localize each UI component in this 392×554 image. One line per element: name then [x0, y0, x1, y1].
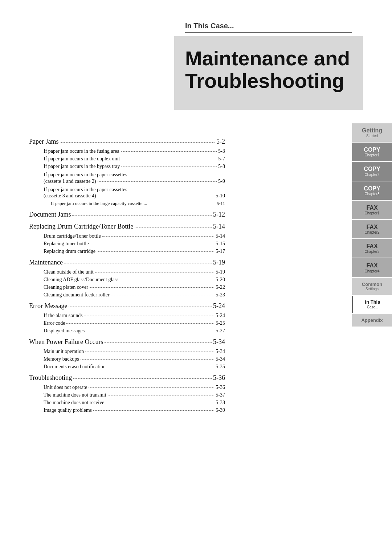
main-title: Maintenance and Troubleshooting [185, 47, 352, 92]
tab-appendix[interactable]: Appendix [352, 314, 392, 327]
toc-entry-error-message: Error Message 5-24 [29, 302, 225, 310]
header-area: In This Case... [174, 15, 363, 33]
toc-sub-drum-toner: Drum cartridge/Toner bottle 5-14 [29, 233, 225, 239]
toc-entry-maintenance: Maintenance 5-19 [29, 259, 225, 266]
tab-fax-4[interactable]: FAX Chapter4 [352, 258, 392, 277]
toc-group-drum-cartridge: Replacing Drum Cartridge/Toner Bottle 5-… [29, 223, 225, 254]
toc-entry-troubleshooting: Troubleshooting 5-36 [29, 374, 225, 382]
toc-sub-image-quality: Image quality problems 5-39 [29, 407, 225, 413]
tab-copy-1[interactable]: COPY Chapter1 [352, 143, 392, 161]
table-of-contents: Paper Jams 5-2 If paper jam occurs in th… [29, 138, 225, 413]
toc-group-document-jams: Document Jams 5-12 [29, 211, 225, 218]
toc-sub-memory-backups: Memory backups 5-34 [29, 356, 225, 362]
toc-entry-power-failure: When Power Failure Occurs 5-34 [29, 338, 225, 346]
in-this-case-label: In This Case... [185, 22, 352, 30]
toc-sub-fusing-area: If paper jam occurs in the fusing area 5… [29, 148, 225, 154]
toc-group-error-message: Error Message 5-24 If the alarm sounds 5… [29, 302, 225, 334]
toc-sub-duplex-unit: If paper jam occurs in the duplex unit 5… [29, 156, 225, 162]
tab-copy-3[interactable]: COPY Chapter3 [352, 181, 392, 200]
toc-sub-platen-cover: Cleaning platen cover 5-22 [29, 284, 225, 290]
toc-sub-clean-outside: Clean outside of the unit 5-19 [29, 269, 225, 275]
tab-common-settings[interactable]: Common Settings [352, 278, 392, 295]
toc-sub-docs-erased: Documents erased notification 5-35 [29, 364, 225, 370]
toc-entry-document-jams: Document Jams 5-12 [29, 211, 225, 218]
title-box: Maintenance and Troubleshooting [174, 36, 363, 110]
toc-sub-toner-bottle: Replacing toner bottle 5-15 [29, 241, 225, 247]
toc-sub-bypass-tray: If paper jam occurs in the bypass tray 5… [29, 164, 225, 169]
header-divider [185, 32, 352, 33]
toc-sub-drum-cartridge: Replacing drum cartridge 5-17 [29, 249, 225, 254]
tab-copy-2[interactable]: COPY Chapter2 [352, 162, 392, 180]
toc-group-troubleshooting: Troubleshooting 5-36 Unit does not opera… [29, 374, 225, 413]
title-line1: Maintenance and [185, 47, 350, 70]
toc-sub-error-code: Error code 5-25 [29, 320, 225, 326]
tab-fax-2[interactable]: FAX Chapter2 [352, 220, 392, 238]
tab-in-this-case[interactable]: In This Case... [352, 296, 392, 313]
toc-sub-large-capacity: If paper jam occurs in the large capacit… [29, 201, 225, 206]
toc-group-maintenance: Maintenance 5-19 Clean outside of the un… [29, 259, 225, 298]
toc-group-paper-jams: Paper Jams 5-2 If paper jam occurs in th… [29, 138, 225, 206]
toc-sub-main-unit: Main unit operation 5-34 [29, 349, 225, 354]
toc-sub-unit-not-operate: Unit does not operate 5-36 [29, 385, 225, 390]
toc-entry-paper-jams: Paper Jams 5-2 [29, 138, 225, 145]
toc-group-power-failure: When Power Failure Occurs 5-34 Main unit… [29, 338, 225, 370]
toc-sub-no-transmit: The machine does not transmit 5-37 [29, 392, 225, 398]
tab-fax-3[interactable]: FAX Chapter3 [352, 239, 392, 258]
toc-sub-displayed-messages: Displayed messages 5-27 [29, 328, 225, 334]
toc-sub-adf-glass: Cleaning ADF glass/Document glass 5-20 [29, 277, 225, 283]
toc-sub-cassette-1-2: If paper jam occurs in the paper cassett… [29, 171, 225, 184]
title-line2: Troubleshooting [185, 69, 344, 92]
sidebar-tabs: Getting Started COPY Chapter1 COPY Chapt… [352, 123, 392, 327]
toc-sub-doc-feeder: Cleaning document feeder roller 5-23 [29, 292, 225, 298]
tab-getting-started[interactable]: Getting Started [352, 123, 392, 142]
toc-sub-no-receive: The machine does not receive 5-38 [29, 400, 225, 406]
toc-sub-alarm: If the alarm sounds 5-24 [29, 313, 225, 319]
toc-sub-cassette-3-4: If paper jam occurs in the paper cassett… [29, 186, 225, 199]
tab-fax-1[interactable]: FAX Chapter1 [352, 201, 392, 219]
toc-entry-drum-cartridge: Replacing Drum Cartridge/Toner Bottle 5-… [29, 223, 225, 230]
